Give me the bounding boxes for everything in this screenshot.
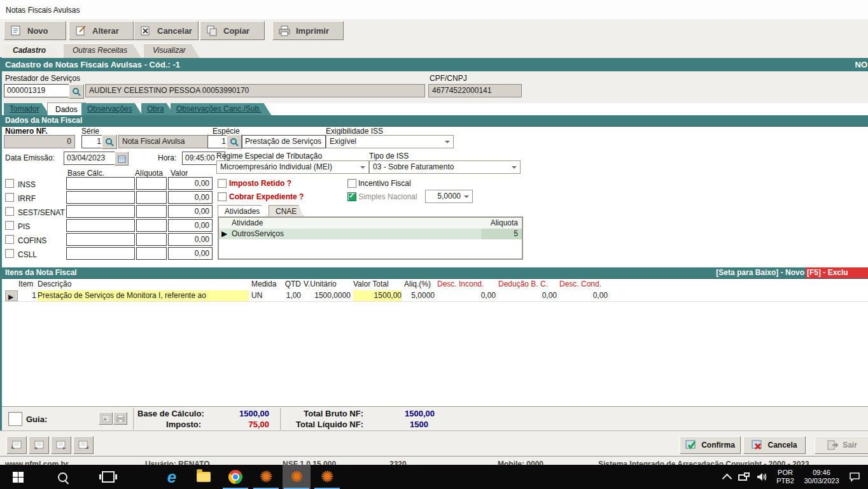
nav-previous-button[interactable] [29,436,49,454]
exigibilidade-select[interactable]: Exigível [326,135,454,148]
tab-dados[interactable]: Dados [47,103,86,116]
inss-valor-input[interactable]: 0,00 [168,177,213,190]
guia-preview-button[interactable] [99,412,113,425]
cofins-valor-input[interactable]: 0,00 [168,233,213,246]
taskbar-search-button[interactable] [51,465,74,489]
imposto-retido-checkbox[interactable] [218,179,227,188]
app-flame-icon: ✺ [321,469,333,485]
especie-search-button[interactable] [227,134,242,149]
irrf-base-input[interactable] [66,191,135,204]
item-row[interactable]: ▶ 1 Prestação de Serviços de Monitora I,… [2,290,868,302]
irrf-checkbox[interactable] [5,193,14,202]
sest-senat-label: SEST/SENAT [18,208,65,217]
tipo-iss-select[interactable]: 03 - Sobre Faturamento [369,160,521,174]
prestador-code-input[interactable]: 000001319 [4,84,70,97]
guia-checkbox[interactable] [8,412,22,426]
tab-obra[interactable]: Obra [141,103,174,115]
sest-senat-valor-input[interactable]: 0,00 [168,205,213,218]
network-icon [738,472,750,481]
tray-language-indicator[interactable]: POR PTB2 [771,465,799,489]
col-desc-incond: Desc. Incond. [437,279,496,290]
copiar-button[interactable]: Copiar [200,21,265,40]
task-view-button[interactable] [95,465,121,489]
pis-valor-input[interactable]: 0,00 [168,219,213,232]
cofins-base-input[interactable] [66,233,135,246]
inss-base-input[interactable] [66,177,135,190]
alterar-button[interactable]: Alterar [69,21,134,40]
sair-button[interactable]: Sair [815,436,868,454]
data-emissao-input[interactable]: 03/04/2023 [64,152,116,165]
pis-checkbox[interactable] [5,221,14,230]
incentivo-fiscal-checkbox[interactable] [347,179,356,188]
copiar-button-label: Copiar [223,26,249,36]
simples-nacional-checkbox[interactable] [347,192,356,201]
item-deducao-cell: 0,00 [498,290,557,301]
regime-select[interactable]: Microempresário Individual (MEI) [216,160,369,174]
csll-valor-input[interactable]: 0,00 [168,247,213,260]
guia-print-button[interactable] [113,412,127,425]
tax-row-pis: PIS 0,00 [0,218,216,232]
divider [133,408,135,430]
item-descricao-cell: Prestação de Serviços de Monitora I, ref… [38,290,249,301]
taskbar-app2-button-active[interactable]: ✺ [283,465,311,489]
taskbar-explorer-button[interactable] [191,465,216,489]
pis-base-input[interactable] [66,219,135,232]
cofins-aliquota-input[interactable] [136,233,167,246]
especie-input[interactable]: 1 [207,135,229,148]
sest-senat-base-input[interactable] [66,205,135,218]
pis-aliquota-input[interactable] [136,219,167,232]
tray-clock[interactable]: 09:46 30/03/2023 [799,465,844,489]
imprimir-button[interactable]: Imprimir [272,21,344,40]
csll-aliquota-input[interactable] [136,247,167,260]
serie-input[interactable]: 1 [81,135,104,148]
tab-observacoes[interactable]: Observações [81,103,143,115]
action-center-button[interactable] [845,465,864,489]
taskbar-app3-button[interactable]: ✺ [313,465,341,489]
taskbar-chrome-button[interactable] [221,465,249,489]
serie-search-button[interactable] [102,134,117,149]
simples-aliquota-select[interactable]: 5,0000 [425,190,473,203]
taskbar-app1-button[interactable]: ✺ [252,465,280,489]
novo-button[interactable]: Novo [4,21,66,40]
confirma-button-label: Confirma [701,441,735,450]
prestador-search-button[interactable] [69,84,84,99]
calendar-icon [118,155,126,163]
cobrar-expediente-checkbox[interactable] [218,192,227,201]
windows-logo-icon [13,472,24,483]
csll-checkbox[interactable] [5,249,14,258]
app-flame-icon: ✺ [260,469,272,485]
tray-network-button[interactable] [736,465,752,489]
start-button[interactable] [5,465,31,489]
tray-show-hidden-button[interactable] [719,465,734,489]
inss-checkbox[interactable] [5,179,14,188]
col-v-unitario: V.Unitário [304,279,351,290]
tab-atividades[interactable]: Atividades [218,205,267,217]
cancela-button[interactable]: Cancela [743,436,806,454]
atividade-row[interactable]: ▶ OutrosServiços 5 [219,229,522,239]
tab-visualizar[interactable]: Visualizar [144,43,200,58]
calendar-button[interactable] [115,152,129,166]
csll-base-input[interactable] [66,247,135,260]
irrf-aliquota-input[interactable] [136,191,167,204]
tab-outras-receitas[interactable]: Outras Receitas [64,43,141,58]
page-header-bar: Cadastro de Notas Fiscais Avulsas - Cód.… [0,58,868,72]
nav-next-button[interactable] [51,436,71,454]
tab-cadastro[interactable]: Cadastro [4,43,60,58]
serie-desc-field: Nota Fiscal Avulsa [118,135,210,148]
nav-last-button[interactable] [73,436,94,454]
inss-aliquota-input[interactable] [136,177,167,190]
irrf-valor-input[interactable]: 0,00 [168,191,213,204]
tab-tomador[interactable]: Tomador [4,103,50,115]
status-bar: www.nfml.com.br Usuário: RENATO NSF 1.0.… [0,456,868,465]
sest-senat-checkbox[interactable] [5,207,14,216]
nav-first-button[interactable] [6,436,27,454]
tab-cnae[interactable]: CNAE [269,205,304,217]
tax-row-cofins: COFINS 0,00 [0,232,216,246]
sest-senat-aliquota-input[interactable] [136,205,167,218]
tab-observacoes-canc-sub[interactable]: Observações Canc./Sub. [171,103,271,115]
cancelar-button[interactable]: Cancelar [134,21,199,40]
taskbar-ie-button[interactable]: e [159,465,185,489]
tray-volume-button[interactable] [753,465,771,489]
confirma-button[interactable]: Confirma [680,436,741,454]
cofins-checkbox[interactable] [5,235,14,244]
